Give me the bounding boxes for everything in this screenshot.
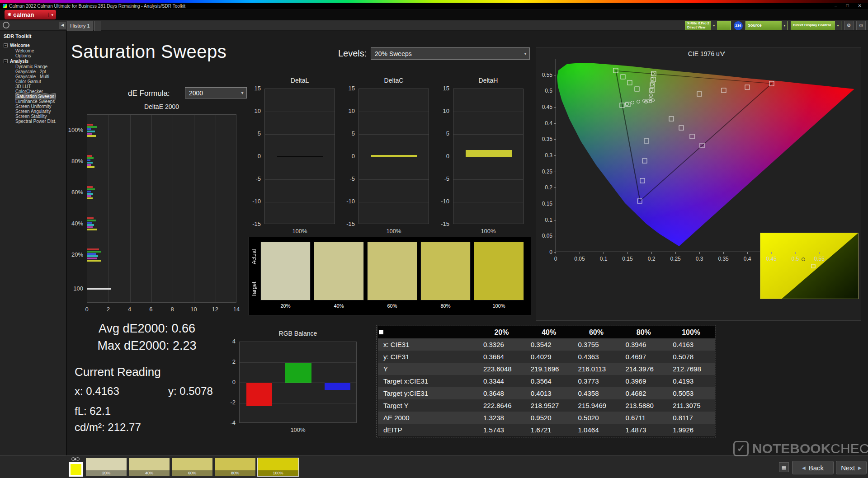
calman-logo-icon: ✱ xyxy=(7,12,11,18)
tab-history-1[interactable]: History 1 xyxy=(67,21,93,31)
de-bar xyxy=(87,162,93,164)
sidebar-item-welcome[interactable]: Welcome xyxy=(0,48,66,53)
sidebar-item-label: Options xyxy=(15,53,31,58)
chevron-down-icon[interactable]: ▾ xyxy=(835,21,841,30)
back-button-label: Back xyxy=(809,464,824,472)
gridline xyxy=(359,202,429,202)
settings-gear-button[interactable]: ⚙ xyxy=(844,21,854,30)
y-tick-label: 5 xyxy=(246,130,261,137)
target-marker xyxy=(699,143,704,148)
y-tick-label: -15 xyxy=(435,220,449,227)
de-bar xyxy=(87,197,93,199)
display-control-dropdown[interactable]: Direct Display Control ▾ xyxy=(791,21,841,30)
patch-20%[interactable]: 20% xyxy=(86,458,127,476)
table-cell: 1.3238 xyxy=(478,412,525,424)
sidebar-item-saturation-sweeps[interactable]: Saturation Sweeps xyxy=(0,94,66,99)
table-cell: 0.5020 xyxy=(573,412,620,424)
back-button[interactable]: ◀ Back xyxy=(792,461,834,474)
table-cell: 0.3664 xyxy=(478,351,525,363)
table-cell: 214.3976 xyxy=(620,363,667,375)
eye-icon[interactable] xyxy=(71,457,80,461)
power-button[interactable]: ⊙ xyxy=(856,21,866,30)
target-marker xyxy=(640,178,645,183)
workflow-tree: −WelcomeWelcomeOptions−AnalysisDynamic R… xyxy=(0,42,66,124)
sidebar-item-label: Screen Uniformity xyxy=(15,104,51,109)
chart-title-deltaH: DeltaH xyxy=(453,77,524,84)
patch-40%[interactable]: 40% xyxy=(129,458,170,476)
sidebar-item-analysis[interactable]: −Analysis xyxy=(0,58,66,64)
calman-logo-button[interactable]: ✱ calman ▾ xyxy=(5,10,56,19)
de-bar xyxy=(87,191,91,192)
sidebar-item-screen-uniformity[interactable]: Screen Uniformity xyxy=(0,104,66,109)
gridline xyxy=(173,115,173,302)
patch-60%[interactable]: 60% xyxy=(172,458,212,476)
sidebar-collapse-button[interactable]: ◀ xyxy=(59,22,66,29)
source-label: Source xyxy=(746,21,764,30)
chevron-down-icon[interactable]: ▾ xyxy=(711,21,717,30)
table-cell: 1.0464 xyxy=(573,424,620,436)
workspace-circle-button[interactable] xyxy=(3,22,9,28)
de-bar xyxy=(87,188,95,190)
sidebar-item-label: Analysis xyxy=(10,59,28,64)
table-cell: 211.3075 xyxy=(667,399,715,412)
y-tick-mark xyxy=(554,236,556,236)
x-tick-label: 4 xyxy=(123,306,136,313)
sidebar-item-dynamic-range[interactable]: Dynamic Range xyxy=(0,64,66,69)
sidebar-item-color-gamut[interactable]: Color Gamut xyxy=(0,79,66,84)
tree-expander-icon[interactable]: − xyxy=(4,59,8,63)
sidebar-item-luminance-sweeps[interactable]: Luminance Sweeps xyxy=(0,99,66,104)
tree-expander-icon[interactable]: − xyxy=(4,43,8,47)
x-tick-label: 0.5 xyxy=(788,256,802,262)
x-tick-mark xyxy=(651,252,652,254)
x-tick-mark xyxy=(627,252,628,254)
tab-new-stub[interactable] xyxy=(94,21,101,31)
table-cell: 0.4013 xyxy=(525,387,573,399)
x-tick-label: 0.35 xyxy=(716,256,731,262)
x-axis-label: 100% xyxy=(453,228,524,234)
patch-80%[interactable]: 80% xyxy=(215,458,255,476)
sidebar-item-colorchecker[interactable]: ColorChecker xyxy=(0,89,66,94)
gridline xyxy=(265,157,335,157)
table-header-row: 20%40%60%80%100% xyxy=(378,326,715,338)
sidebar-item-label: Saturation Sweeps xyxy=(15,94,55,99)
de-bar xyxy=(87,217,94,219)
selection-mark xyxy=(379,330,383,334)
gridline xyxy=(453,157,523,157)
layout-grid-button[interactable]: ▦ xyxy=(779,462,789,472)
sidebar-item-screen-stability[interactable]: Screen Stability xyxy=(0,114,66,119)
menubar: ✱ calman ▾ xyxy=(0,9,868,20)
sidebar-item-screen-angularity[interactable]: Screen Angularity xyxy=(0,109,66,114)
measurement-marker xyxy=(625,102,629,106)
sidebar-item-welcome[interactable]: −Welcome xyxy=(0,42,66,48)
patch-100%[interactable]: 100% xyxy=(258,458,298,476)
levels-dropdown[interactable]: 20% Sweeps ▾ xyxy=(371,47,530,60)
sidebar-item-grayscale-multi[interactable]: Grayscale - Multi xyxy=(0,74,66,79)
sidebar-item-label: Grayscale - Multi xyxy=(15,74,49,79)
gridline xyxy=(359,134,429,135)
window-title: Calman 2022 Calman Ultimate for Business… xyxy=(9,4,832,9)
gridline xyxy=(453,134,523,135)
chevron-down-icon[interactable]: ▾ xyxy=(782,21,788,30)
x-tick-label: 6 xyxy=(145,306,157,313)
sidebar-item-options[interactable]: Options xyxy=(0,53,66,58)
meter-dropdown[interactable]: X-Rite i1Pro 2 Direct View ▾ xyxy=(685,21,731,30)
de-bar xyxy=(87,226,93,228)
de-bar xyxy=(87,159,90,161)
maximize-button[interactable]: □ xyxy=(846,3,849,9)
de-bar xyxy=(87,164,91,166)
de-formula-dropdown[interactable]: 2000 ▾ xyxy=(185,87,247,98)
current-y-value: y: 0.5078 xyxy=(168,385,213,398)
sidebar-item-3d-lut[interactable]: 3D LUT xyxy=(0,84,66,89)
sidebar-item-spectral-power-dist[interactable]: Spectral Power Dist. xyxy=(0,119,66,124)
minimize-button[interactable]: – xyxy=(835,3,837,9)
source-dropdown[interactable]: Source ▾ xyxy=(745,21,788,30)
next-button[interactable]: Next ▶ xyxy=(836,461,867,474)
sidebar-item-grayscale-2pt[interactable]: Grayscale - 2pt xyxy=(0,69,66,74)
y-tick-label: 0.25 xyxy=(537,169,552,175)
y-tick-label: -15 xyxy=(340,220,355,227)
x-tick-label: 0.1 xyxy=(596,256,611,262)
close-button[interactable]: ✕ xyxy=(858,3,862,9)
y-tick-label: 0.3 xyxy=(537,152,552,159)
sidebar-item-label: Welcome xyxy=(10,43,30,48)
patch-label: 60% xyxy=(172,470,212,476)
